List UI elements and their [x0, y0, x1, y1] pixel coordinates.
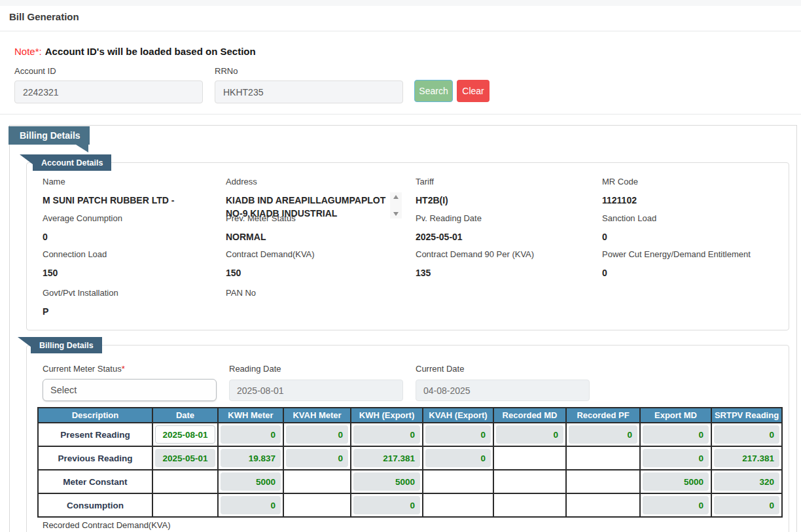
page-title: Bill Generation: [9, 11, 79, 22]
field-value: 150: [226, 266, 416, 279]
account-field-mr-code: MR Code1121102: [602, 177, 789, 213]
rrno-label: RRNo: [215, 66, 238, 76]
table-row-meter-constant: Meter Constant500050005000320: [38, 470, 782, 493]
account-field-name: NameM SUNI PATCH RUBBER LTD -: [43, 177, 226, 213]
account-field-sanction-load: Sanction Load0: [602, 213, 789, 249]
field-label: PAN No: [226, 288, 416, 298]
value-cell: 5000: [218, 470, 283, 493]
value-cell: 0: [283, 446, 351, 470]
empty-cell: [423, 493, 493, 517]
row-label: Meter Constant: [38, 470, 152, 493]
col-header-date: Date: [152, 408, 218, 423]
value-cell-input[interactable]: 0: [569, 425, 637, 444]
value-cell: 0: [640, 446, 711, 470]
current-date-input[interactable]: 04-08-2025: [416, 380, 590, 401]
account-field-power-cut-energy-demand-entitlement: Power Cut Energy/Demand Entitlement0: [602, 249, 789, 288]
search-button[interactable]: Search: [414, 80, 453, 102]
value-cell-input[interactable]: 0: [714, 425, 779, 444]
col-header-export-md: Export MD: [640, 408, 711, 423]
billing-details-badge: Billing Details: [31, 337, 102, 353]
value-cell-input[interactable]: 5000: [353, 472, 420, 491]
field-value: 2025-05-01: [416, 230, 602, 243]
empty-cell: [566, 493, 640, 517]
field-value: M SUNI PATCH RUBBER LTD -: [43, 194, 226, 207]
value-cell-input[interactable]: 320: [714, 472, 779, 491]
value-cell: 19.837: [218, 446, 283, 470]
empty-cell: [493, 493, 566, 517]
field-value: 1121102: [602, 194, 789, 207]
value-cell: 0: [566, 423, 640, 446]
value-cell: 0: [493, 423, 566, 446]
clear-button[interactable]: Clear: [457, 80, 490, 102]
value-cell-input[interactable]: 0: [425, 449, 491, 467]
empty-cell: [283, 493, 351, 517]
empty-cell: [152, 493, 218, 517]
account-field-contract-demand-90-per-kva: Contract Demand 90 Per (KVA)135: [416, 249, 602, 288]
account-field-prev-meter-status: Prev. Meter StatusNORMAL: [226, 213, 416, 249]
value-cell: 0: [423, 446, 493, 470]
value-cell-input[interactable]: 5000: [643, 472, 709, 491]
value-cell: 0: [218, 423, 283, 446]
note-prefix: Note*:: [14, 46, 42, 57]
account-field-pan-no: PAN No: [226, 288, 416, 327]
value-cell-input[interactable]: 0: [714, 496, 779, 514]
field-value: P: [43, 305, 226, 318]
current-meter-status-select[interactable]: Select: [43, 379, 217, 401]
empty-cell: [493, 470, 566, 493]
value-cell: 217.381: [351, 446, 423, 470]
value-cell-input[interactable]: 0: [643, 496, 709, 514]
account-details-badge: Account Details: [33, 154, 111, 171]
address-scroll-up-icon[interactable]: [393, 195, 399, 199]
empty-cell: [566, 446, 640, 470]
value-cell-input[interactable]: 217.381: [353, 449, 420, 467]
value-cell-input[interactable]: 0: [286, 449, 348, 467]
value-cell: 217.381: [711, 446, 782, 470]
account-id-input[interactable]: 2242321: [14, 80, 203, 103]
empty-cell: [423, 470, 493, 493]
rrno-input[interactable]: HKHT235: [215, 80, 403, 103]
note-line: Note*:Account ID's will be loaded based …: [14, 46, 256, 57]
reading-date-input[interactable]: 2025-08-01: [229, 380, 403, 401]
field-value: 0: [602, 266, 789, 279]
field-label: Address: [226, 177, 416, 186]
value-cell-input[interactable]: 0: [353, 496, 420, 514]
field-label: Pv. Reading Date: [416, 213, 602, 223]
date-cell-input[interactable]: 2025-08-01: [155, 425, 215, 444]
field-label: Name: [43, 177, 226, 186]
col-header-recorded-pf: Recorded PF: [566, 408, 640, 423]
value-cell-input[interactable]: 19.837: [221, 449, 281, 467]
value-cell: 320: [711, 470, 782, 493]
account-id-label: Account ID: [14, 66, 56, 76]
value-cell: 0: [351, 493, 423, 517]
account-field-connection-load: Connection Load150: [43, 249, 226, 288]
value-cell: 5000: [351, 470, 423, 493]
value-cell-input[interactable]: 0: [643, 425, 709, 444]
value-cell-input[interactable]: 0: [286, 425, 348, 444]
account-field-pv-reading-date: Pv. Reading Date2025-05-01: [416, 213, 602, 249]
field-value: 0: [602, 230, 789, 243]
col-header-recorded-md: Recorded MD: [493, 408, 566, 423]
value-cell: 0: [351, 423, 423, 446]
field-value: NORMAL: [226, 230, 416, 243]
field-label: MR Code: [602, 177, 789, 186]
empty-cell: [283, 470, 351, 493]
value-cell-input[interactable]: 0: [425, 425, 491, 444]
empty-cell: [152, 470, 218, 493]
row-label: Present Reading: [38, 423, 152, 446]
value-cell: 0: [711, 423, 782, 446]
col-header-srtpv-reading: SRTPV Reading: [711, 408, 782, 423]
value-cell-input[interactable]: 0: [221, 425, 281, 444]
value-cell-input[interactable]: 0: [496, 425, 563, 444]
value-cell-input[interactable]: 217.381: [714, 449, 779, 467]
account-field-contract-demand-kva: Contract Demand(KVA)150: [226, 249, 416, 288]
field-label: Govt/Pvt Installation: [43, 288, 226, 298]
value-cell-input[interactable]: 0: [643, 449, 709, 467]
value-cell-input[interactable]: 0: [353, 425, 420, 444]
date-cell-input[interactable]: 2025-05-01: [155, 449, 215, 467]
col-header-description: Description: [38, 408, 152, 423]
value-cell-input[interactable]: 5000: [221, 472, 281, 491]
row-label: Previous Reading: [38, 446, 152, 470]
value-cell-input[interactable]: 0: [221, 496, 281, 514]
field-label: Sanction Load: [602, 213, 789, 223]
current-meter-status-label: Current Meter Status*: [43, 364, 125, 374]
